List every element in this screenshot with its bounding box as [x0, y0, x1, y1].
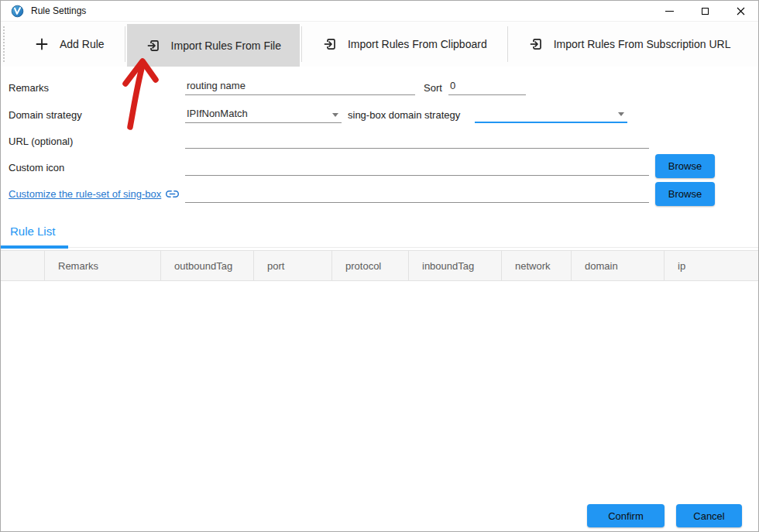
- domain-strategy-value: IPIfNonMatch: [187, 108, 248, 119]
- toolbar-separator: [507, 26, 508, 62]
- tab-rule-list[interactable]: Rule List: [10, 225, 55, 238]
- domain-strategy-label: Domain strategy: [9, 109, 82, 121]
- column-header-port[interactable]: port: [254, 251, 332, 280]
- column-header-remarks[interactable]: Remarks: [45, 251, 161, 280]
- confirm-button[interactable]: Confirm: [587, 504, 665, 527]
- toolbar-grip-handle[interactable]: [3, 26, 11, 62]
- column-header-selector[interactable]: [1, 251, 45, 280]
- import-rules-from-clipboard-button[interactable]: Import Rules From Clipboard: [304, 22, 506, 67]
- column-header-ip[interactable]: ip: [665, 251, 759, 280]
- link-icon: [165, 189, 180, 199]
- add-rule-button[interactable]: Add Rule: [15, 22, 123, 67]
- maximize-icon: [702, 8, 709, 15]
- customize-ruleset-singbox-label: Customize the rule-set of sing-box: [9, 188, 161, 200]
- import-icon: [322, 36, 338, 52]
- ruleset-browse-button[interactable]: Browse: [655, 182, 715, 206]
- ruleset-input[interactable]: [185, 186, 649, 203]
- import-rules-from-subscription-url-label: Import Rules From Subscription URL: [554, 38, 731, 50]
- import-icon: [528, 36, 544, 52]
- maximize-button[interactable]: [687, 1, 723, 22]
- sort-label: Sort: [424, 82, 442, 94]
- app-logo-icon: [11, 5, 24, 18]
- import-icon: [146, 38, 161, 53]
- singbox-domain-strategy-select[interactable]: [475, 105, 627, 123]
- url-optional-label: URL (optional): [9, 136, 73, 147]
- remarks-input[interactable]: [185, 78, 415, 95]
- toolbar-separator: [301, 26, 302, 62]
- url-input[interactable]: [185, 132, 649, 149]
- column-header-domain[interactable]: domain: [572, 251, 665, 280]
- window-title: Rule Settings: [31, 5, 86, 16]
- toolbar: Add Rule Import Rules From File Import R…: [1, 22, 758, 67]
- column-header-protocol[interactable]: protocol: [332, 251, 409, 280]
- add-rule-label: Add Rule: [60, 38, 105, 50]
- custom-icon-label: Custom icon: [9, 162, 64, 173]
- custom-icon-browse-button[interactable]: Browse: [655, 154, 715, 178]
- import-rules-from-file-button[interactable]: Import Rules From File: [127, 24, 300, 67]
- toolbar-separator: [125, 26, 125, 62]
- cancel-button[interactable]: Cancel: [676, 504, 742, 527]
- column-header-inboundtag[interactable]: inboundTag: [409, 251, 502, 280]
- remarks-label: Remarks: [9, 82, 49, 94]
- domain-strategy-select[interactable]: IPIfNonMatch: [185, 105, 342, 123]
- customize-ruleset-singbox-link[interactable]: Customize the rule-set of sing-box: [9, 188, 180, 200]
- custom-icon-input[interactable]: [185, 159, 649, 176]
- tab-active-indicator: [1, 245, 68, 249]
- column-header-network[interactable]: network: [502, 251, 572, 280]
- window-controls: [651, 1, 758, 22]
- minimize-icon: [665, 11, 674, 12]
- rule-settings-window: Rule Settings Add Rule: [0, 0, 759, 532]
- import-rules-from-clipboard-label: Import Rules From Clipboard: [348, 38, 487, 50]
- title-bar[interactable]: Rule Settings: [1, 1, 758, 22]
- chevron-down-icon: [332, 113, 338, 117]
- chevron-down-icon: [618, 112, 624, 116]
- rule-table-header: Remarks outboundTag port protocol inboun…: [1, 250, 759, 281]
- column-header-outboundtag[interactable]: outboundTag: [161, 251, 254, 280]
- close-button[interactable]: [723, 1, 758, 22]
- import-rules-from-file-label: Import Rules From File: [171, 39, 281, 52]
- close-icon: [737, 7, 745, 15]
- tab-baseline: [68, 247, 759, 248]
- import-rules-from-subscription-url-button[interactable]: Import Rules From Subscription URL: [510, 22, 750, 67]
- plus-icon: [34, 36, 50, 52]
- sort-input[interactable]: [448, 78, 526, 95]
- singbox-domain-strategy-label: sing-box domain strategy: [348, 109, 460, 121]
- minimize-button[interactable]: [651, 1, 687, 22]
